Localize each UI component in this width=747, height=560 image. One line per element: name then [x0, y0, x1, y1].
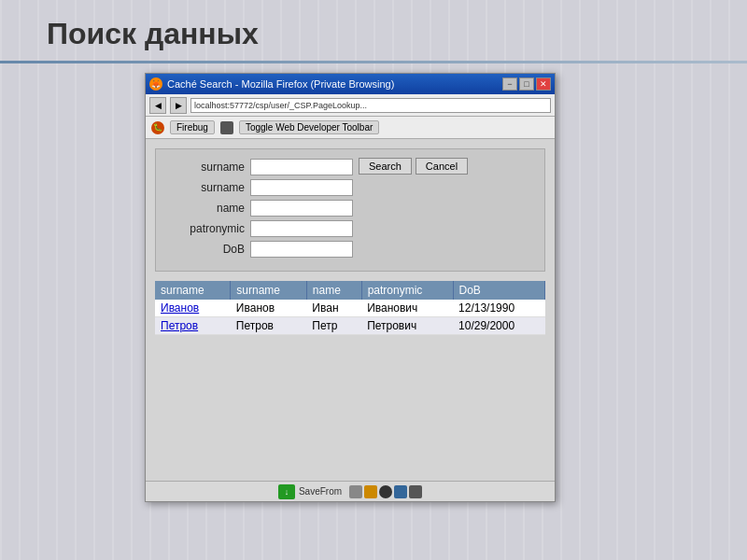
- input-name[interactable]: [250, 200, 353, 217]
- browser-toolbar: 🐛 Firebug Toggle Web Developer Toolbar: [146, 117, 555, 139]
- table-row: Петров Петров Петр Петрович 10/29/2000: [155, 317, 545, 335]
- label-patronymic: patronymic: [170, 222, 245, 235]
- cell-dob: 10/29/2000: [453, 317, 544, 335]
- separator: [0, 61, 747, 63]
- back-button[interactable]: ◀: [149, 97, 166, 114]
- minimize-button[interactable]: −: [502, 77, 517, 91]
- status-icon-3: [379, 485, 392, 498]
- cell-name: Петр: [306, 317, 361, 335]
- input-patronymic[interactable]: [250, 220, 353, 237]
- maximize-button[interactable]: □: [519, 77, 534, 91]
- cell-surname: Петров: [231, 317, 307, 335]
- result-link[interactable]: Иванов: [161, 301, 199, 315]
- cell-surname: Иванов: [231, 300, 307, 317]
- page-title: Поиск данных: [0, 0, 747, 61]
- forward-button[interactable]: ▶: [170, 97, 187, 114]
- status-icon-5: [409, 485, 422, 498]
- title-bar-left: 🦊 Caché Search - Mozilla Firefox (Privat…: [149, 77, 394, 91]
- search-button[interactable]: Search: [359, 158, 412, 175]
- status-icons: [349, 485, 422, 498]
- col-header-surname: surname: [155, 281, 231, 300]
- title-bar-text: Caché Search - Mozilla Firefox (Private …: [167, 78, 394, 90]
- col-header-name: name: [306, 281, 361, 300]
- form-row-2: surname: [170, 179, 530, 196]
- cell-patronymic: Иванович: [361, 300, 453, 317]
- input-dob[interactable]: [250, 241, 353, 258]
- status-bar: ↓ SaveFrom: [146, 481, 555, 501]
- label-name: name: [170, 202, 245, 215]
- firebug-icon: 🐛: [151, 121, 164, 134]
- form-row-3: name: [170, 200, 530, 217]
- form-row-1: surname Search Cancel: [170, 159, 530, 175]
- status-icon-4: [394, 485, 407, 498]
- close-button[interactable]: ✕: [536, 77, 551, 91]
- label-surname-2: surname: [170, 181, 245, 194]
- input-surname-1[interactable]: [250, 159, 353, 175]
- content-area: surname Search Cancel surname name patro…: [146, 139, 555, 481]
- search-form: surname Search Cancel surname name patro…: [155, 148, 545, 272]
- address-input[interactable]: [190, 98, 551, 113]
- input-surname-2[interactable]: [250, 179, 353, 196]
- cancel-button[interactable]: Cancel: [416, 158, 468, 175]
- form-row-5: DoB: [170, 241, 530, 258]
- form-row-4: patronymic: [170, 220, 530, 237]
- results-table: surname surname name patronymic DoB Иван…: [155, 281, 545, 335]
- firebug-button[interactable]: Firebug: [170, 120, 215, 134]
- cell-patronymic: Петрович: [361, 317, 453, 335]
- label-surname-1: surname: [170, 161, 245, 174]
- result-link[interactable]: Петров: [161, 319, 198, 332]
- form-buttons: Search Cancel: [359, 158, 468, 175]
- address-bar: ◀ ▶: [146, 94, 555, 117]
- web-dev-icon: [220, 121, 233, 134]
- cell-dob: 12/13/1990: [453, 300, 544, 317]
- cell-name: Иван: [306, 300, 361, 317]
- title-bar: 🦊 Caché Search - Mozilla Firefox (Privat…: [146, 74, 555, 94]
- col-header-dob: DoB: [453, 281, 544, 300]
- col-header-patronymic: patronymic: [361, 281, 453, 300]
- savefrom-label: SaveFrom: [299, 486, 342, 497]
- status-icon-1: [349, 485, 362, 498]
- label-dob: DoB: [170, 243, 245, 256]
- table-header-row: surname surname name patronymic DoB: [155, 281, 545, 300]
- status-icon-2: [364, 485, 377, 498]
- browser-window: 🦊 Caché Search - Mozilla Firefox (Privat…: [145, 73, 556, 502]
- toggle-web-dev-button[interactable]: Toggle Web Developer Toolbar: [239, 120, 379, 134]
- title-bar-buttons: − □ ✕: [502, 77, 551, 91]
- col-header-surname2: surname: [231, 281, 307, 300]
- download-icon: ↓: [278, 484, 295, 499]
- table-row: Иванов Иванов Иван Иванович 12/13/1990: [155, 300, 545, 317]
- firefox-icon: 🦊: [149, 77, 162, 91]
